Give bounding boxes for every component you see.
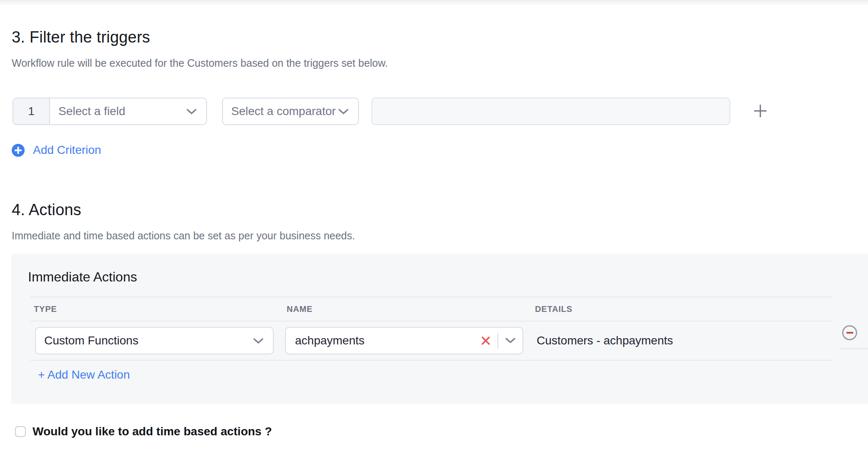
criterion-comparator-select[interactable]: Select a comparator bbox=[222, 98, 359, 125]
criterion-field-select[interactable]: 1 Select a field bbox=[13, 98, 207, 125]
add-criterion-label: Add Criterion bbox=[33, 143, 101, 157]
top-card-edge bbox=[0, 0, 868, 4]
criterion-row: 1 Select a field Select a comparator bbox=[13, 98, 868, 125]
add-new-action-link[interactable]: + Add New Action bbox=[38, 368, 130, 382]
comparator-select-placeholder: Select a comparator bbox=[231, 105, 338, 118]
add-criterion-row-button[interactable] bbox=[751, 102, 770, 121]
plus-circle-icon bbox=[12, 144, 25, 157]
action-name-combo[interactable]: achpayments bbox=[285, 327, 523, 354]
action-name-value: achpayments bbox=[286, 334, 474, 347]
chevron-down-icon[interactable] bbox=[253, 334, 264, 347]
filter-triggers-subtitle: Workflow rule will be executed for the C… bbox=[12, 57, 868, 69]
action-details-text: Customers - achpayments bbox=[535, 334, 833, 347]
immediate-actions-panel: Immediate Actions TYPE NAME DETAILS Cust… bbox=[11, 254, 868, 404]
actions-subtitle: Immediate and time based actions can be … bbox=[12, 230, 868, 242]
immediate-actions-title: Immediate Actions bbox=[11, 254, 868, 285]
column-header-type: TYPE bbox=[30, 304, 285, 314]
time-based-actions-label: Would you like to add time based actions… bbox=[33, 425, 272, 438]
remove-action-button[interactable] bbox=[842, 325, 857, 340]
table-header-row: TYPE NAME DETAILS bbox=[30, 296, 833, 321]
table-row: Custom Functions achpayments bbox=[30, 321, 833, 361]
chevron-down-icon[interactable] bbox=[186, 105, 197, 118]
row-edge-divider bbox=[840, 348, 868, 349]
clear-x-icon[interactable] bbox=[474, 328, 497, 354]
plus-icon bbox=[752, 103, 768, 120]
time-based-actions-checkbox[interactable] bbox=[15, 426, 26, 437]
column-header-name: NAME bbox=[285, 304, 535, 314]
action-type-value: Custom Functions bbox=[44, 334, 253, 347]
actions-heading: 4. Actions bbox=[12, 201, 868, 219]
chevron-down-icon[interactable] bbox=[338, 105, 349, 118]
action-type-select[interactable]: Custom Functions bbox=[35, 327, 274, 354]
chevron-down-icon[interactable] bbox=[498, 328, 522, 354]
criterion-value-input[interactable] bbox=[371, 98, 730, 125]
immediate-actions-table: TYPE NAME DETAILS Custom Functions bbox=[30, 296, 833, 361]
column-header-details: DETAILS bbox=[535, 304, 833, 314]
minus-icon bbox=[846, 332, 853, 334]
criterion-index: 1 bbox=[13, 98, 50, 124]
time-based-actions-row: Would you like to add time based actions… bbox=[15, 425, 868, 438]
filter-triggers-heading: 3. Filter the triggers bbox=[12, 28, 868, 46]
field-select-placeholder: Select a field bbox=[58, 105, 186, 118]
add-criterion-link[interactable]: Add Criterion bbox=[12, 143, 101, 157]
